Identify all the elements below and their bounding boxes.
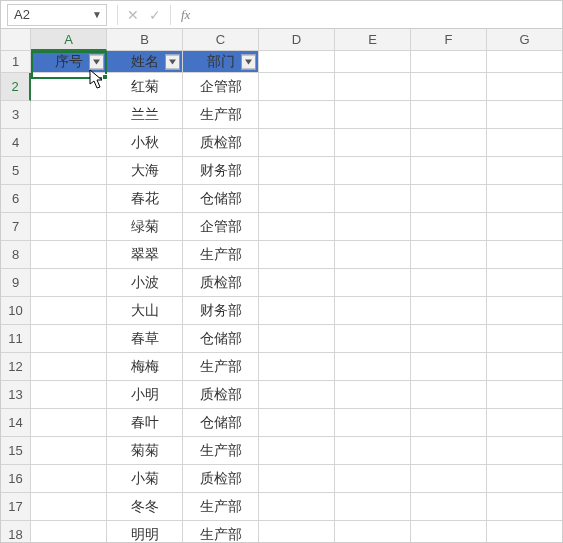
- name-box[interactable]: A2 ▼: [7, 4, 107, 26]
- cell-A8[interactable]: [31, 241, 107, 269]
- cell-E15[interactable]: [335, 437, 411, 465]
- row-header-12[interactable]: 12: [1, 353, 31, 381]
- row-header-3[interactable]: 3: [1, 101, 31, 129]
- cell-C9[interactable]: 质检部: [183, 269, 259, 297]
- cell-A11[interactable]: [31, 325, 107, 353]
- filter-dropdown-button[interactable]: [241, 54, 256, 69]
- cell-E6[interactable]: [335, 185, 411, 213]
- cell-F16[interactable]: [411, 465, 487, 493]
- cell-E4[interactable]: [335, 129, 411, 157]
- cell-D13[interactable]: [259, 381, 335, 409]
- cell-E14[interactable]: [335, 409, 411, 437]
- row-header-15[interactable]: 15: [1, 437, 31, 465]
- cell-G3[interactable]: [487, 101, 563, 129]
- cell-B4[interactable]: 小秋: [107, 129, 183, 157]
- cell-C4[interactable]: 质检部: [183, 129, 259, 157]
- cell-D17[interactable]: [259, 493, 335, 521]
- cell-F13[interactable]: [411, 381, 487, 409]
- cell-D10[interactable]: [259, 297, 335, 325]
- table-header-A[interactable]: 序号: [31, 51, 107, 73]
- cell-A12[interactable]: [31, 353, 107, 381]
- cell-D1[interactable]: [259, 51, 335, 73]
- row-header-8[interactable]: 8: [1, 241, 31, 269]
- cell-C12[interactable]: 生产部: [183, 353, 259, 381]
- cell-G8[interactable]: [487, 241, 563, 269]
- row-header-18[interactable]: 18: [1, 521, 31, 543]
- cell-D7[interactable]: [259, 213, 335, 241]
- cell-A9[interactable]: [31, 269, 107, 297]
- cell-B17[interactable]: 冬冬: [107, 493, 183, 521]
- cell-A15[interactable]: [31, 437, 107, 465]
- cell-E9[interactable]: [335, 269, 411, 297]
- cell-F1[interactable]: [411, 51, 487, 73]
- cell-E5[interactable]: [335, 157, 411, 185]
- cell-G7[interactable]: [487, 213, 563, 241]
- cell-D18[interactable]: [259, 521, 335, 543]
- cell-E2[interactable]: [335, 73, 411, 101]
- cell-F18[interactable]: [411, 521, 487, 543]
- cell-B7[interactable]: 绿菊: [107, 213, 183, 241]
- cell-B10[interactable]: 大山: [107, 297, 183, 325]
- cell-G4[interactable]: [487, 129, 563, 157]
- cell-F17[interactable]: [411, 493, 487, 521]
- cell-B11[interactable]: 春草: [107, 325, 183, 353]
- cell-F7[interactable]: [411, 213, 487, 241]
- cell-D5[interactable]: [259, 157, 335, 185]
- column-header-D[interactable]: D: [259, 29, 335, 51]
- cell-D12[interactable]: [259, 353, 335, 381]
- cell-A2[interactable]: [31, 73, 107, 101]
- cell-F12[interactable]: [411, 353, 487, 381]
- cell-A3[interactable]: [31, 101, 107, 129]
- cell-D16[interactable]: [259, 465, 335, 493]
- cell-C5[interactable]: 财务部: [183, 157, 259, 185]
- cell-F5[interactable]: [411, 157, 487, 185]
- cell-D8[interactable]: [259, 241, 335, 269]
- cell-F9[interactable]: [411, 269, 487, 297]
- cell-C10[interactable]: 财务部: [183, 297, 259, 325]
- cell-G14[interactable]: [487, 409, 563, 437]
- row-header-16[interactable]: 16: [1, 465, 31, 493]
- cell-D15[interactable]: [259, 437, 335, 465]
- cell-C8[interactable]: 生产部: [183, 241, 259, 269]
- row-header-2[interactable]: 2: [1, 73, 31, 101]
- cell-B14[interactable]: 春叶: [107, 409, 183, 437]
- cell-A4[interactable]: [31, 129, 107, 157]
- column-header-A[interactable]: A: [31, 29, 107, 51]
- cell-A14[interactable]: [31, 409, 107, 437]
- cell-A7[interactable]: [31, 213, 107, 241]
- cell-B6[interactable]: 春花: [107, 185, 183, 213]
- cell-C2[interactable]: 企管部: [183, 73, 259, 101]
- cell-E12[interactable]: [335, 353, 411, 381]
- cell-F11[interactable]: [411, 325, 487, 353]
- row-header-10[interactable]: 10: [1, 297, 31, 325]
- cell-A17[interactable]: [31, 493, 107, 521]
- filter-dropdown-button[interactable]: [89, 54, 104, 69]
- fx-label[interactable]: fx: [181, 7, 190, 23]
- row-header-9[interactable]: 9: [1, 269, 31, 297]
- cell-E7[interactable]: [335, 213, 411, 241]
- filter-dropdown-button[interactable]: [165, 54, 180, 69]
- confirm-button[interactable]: ✓: [144, 4, 166, 26]
- cell-B9[interactable]: 小波: [107, 269, 183, 297]
- cell-grid[interactable]: ABCDEFG1序号姓名部门2红菊企管部3兰兰生产部4小秋质检部5大海财务部6春…: [1, 29, 562, 543]
- cell-E18[interactable]: [335, 521, 411, 543]
- cell-D3[interactable]: [259, 101, 335, 129]
- cell-F2[interactable]: [411, 73, 487, 101]
- table-header-B[interactable]: 姓名: [107, 51, 183, 73]
- cell-C16[interactable]: 质检部: [183, 465, 259, 493]
- cell-G12[interactable]: [487, 353, 563, 381]
- cell-C3[interactable]: 生产部: [183, 101, 259, 129]
- cell-G15[interactable]: [487, 437, 563, 465]
- cell-B15[interactable]: 菊菊: [107, 437, 183, 465]
- cell-G13[interactable]: [487, 381, 563, 409]
- cell-E1[interactable]: [335, 51, 411, 73]
- cell-E11[interactable]: [335, 325, 411, 353]
- cell-E8[interactable]: [335, 241, 411, 269]
- cell-D4[interactable]: [259, 129, 335, 157]
- cell-D6[interactable]: [259, 185, 335, 213]
- cell-F8[interactable]: [411, 241, 487, 269]
- cell-G16[interactable]: [487, 465, 563, 493]
- cell-E10[interactable]: [335, 297, 411, 325]
- cell-A10[interactable]: [31, 297, 107, 325]
- cell-C6[interactable]: 仓储部: [183, 185, 259, 213]
